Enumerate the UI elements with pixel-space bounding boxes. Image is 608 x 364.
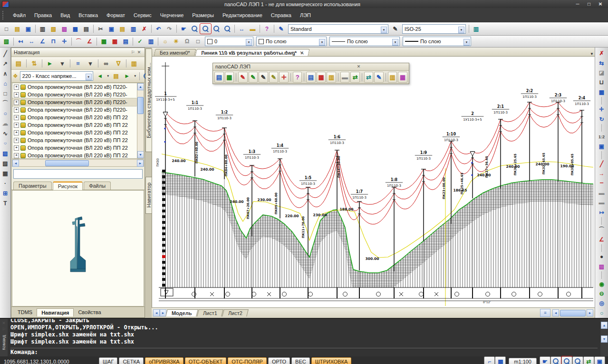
erase-icon[interactable]: ✗ (139, 24, 150, 34)
lep-floating-toolbar[interactable]: nanoCAD ЛЭП ✕ ▤▦✎✎✎✎✛?▤▦▥▬⇄⇄✎▥▦ (212, 63, 409, 84)
tab-model[interactable]: Модель (165, 309, 198, 316)
command-history[interactable]: CLOSE,ЗАКРЫТЬ - Закрыть OPEN,ИМПОРТА,ОТК… (8, 319, 600, 356)
insert-menu-icon[interactable]: ▾ (56, 57, 68, 69)
tab-properties[interactable]: Свойства (74, 308, 105, 316)
zoom-icon[interactable] (189, 24, 200, 34)
doc-tab-untitled[interactable]: Без имени0* (154, 49, 196, 56)
expand-icon[interactable]: + (14, 107, 19, 113)
layer-bulb-icon[interactable]: ☼ (160, 37, 171, 47)
open-folder-icon[interactable]: ▥ (327, 72, 336, 83)
text-style-icon[interactable]: ✎ (276, 24, 287, 34)
normalize-check-icon[interactable]: ✓ (135, 37, 145, 47)
folder2-icon[interactable]: ▥ (388, 72, 397, 83)
tree-view-icon[interactable]: ≡ (72, 57, 84, 69)
point-tool-icon[interactable]: · (0, 178, 10, 188)
redo-icon[interactable]: ↷ (164, 24, 175, 34)
menu-service[interactable]: Сервис (129, 10, 156, 20)
tab-list-icon[interactable]: ▼ (590, 52, 594, 56)
zoom-window-icon[interactable] (200, 24, 211, 34)
insert-run-icon[interactable]: ► (44, 57, 56, 69)
close-tab-icon[interactable]: ✕ (299, 50, 304, 56)
scale-icon[interactable]: ▣ (597, 142, 607, 151)
dim-angular-icon[interactable]: ∠ (37, 37, 48, 47)
excel-import-icon[interactable]: ▦ (98, 37, 109, 47)
grid-snap-mode-icon[interactable]: ▦ (495, 356, 506, 364)
expand-icon[interactable]: + (14, 153, 19, 158)
status-toggle-ШТРИХОВКА[interactable]: ШТРИХОВКА (311, 357, 352, 364)
expand-icon[interactable]: + (14, 130, 19, 135)
menu-edit[interactable]: Правка (30, 10, 56, 20)
forward-menu-icon[interactable]: ▾ (133, 71, 138, 81)
tab-tdms[interactable]: TDMS (13, 308, 37, 316)
publish-icon[interactable]: ▩ (70, 24, 81, 34)
tree-menu-icon[interactable]: ▾ (84, 57, 97, 69)
tree-scrollbar[interactable]: ▲ ▼ (137, 83, 144, 158)
scale-ratio-icon[interactable]: 1:2 (597, 132, 607, 141)
tree-item[interactable]: +Опора промежуточная (ВЛ 220 кВ) П220- (12, 98, 144, 106)
palette-icon[interactable]: ▦ (398, 72, 407, 83)
undo-icon[interactable]: ↶ (153, 24, 164, 34)
back-circle-icon[interactable]: ◄ (95, 71, 106, 81)
dim-baseline-icon[interactable]: ⊓ (48, 37, 59, 47)
break-line-icon[interactable]: ┄ (597, 178, 607, 188)
oblique-icon[interactable]: ◪ (597, 68, 607, 77)
status-toggle-ВЕС[interactable]: ВЕС (291, 357, 310, 364)
bool-xor-icon[interactable]: ○ (597, 308, 607, 318)
mirror-icon[interactable]: ⇆ (597, 58, 607, 67)
help-book-icon[interactable]: ? (261, 24, 272, 34)
extend-icon[interactable]: → (597, 169, 607, 178)
color-combo[interactable]: По слою (256, 37, 327, 46)
dim-aligned-icon[interactable]: ↔ (26, 37, 37, 47)
zoom-icon[interactable] (550, 356, 561, 364)
bool-subtract-icon[interactable]: ⊖ (597, 289, 607, 298)
circle-tool-icon[interactable]: ○ (0, 108, 10, 118)
paste-icon[interactable]: ▤ (117, 24, 128, 34)
pin-icon[interactable]: ⚐ (130, 49, 136, 56)
ruler-icon[interactable]: ▬ (247, 24, 258, 34)
expand-icon[interactable]: + (14, 100, 19, 105)
columns-icon[interactable]: ▥ (471, 24, 482, 34)
back-menu-icon[interactable]: ▾ (106, 71, 111, 81)
open-file-icon[interactable]: ▤ (12, 24, 23, 34)
lep-toolbar-title-bar[interactable]: nanoCAD ЛЭП ✕ (213, 63, 409, 71)
rotate-icon[interactable]: ↻ (597, 115, 607, 124)
menu-format[interactable]: Формат (102, 10, 129, 20)
fullscreen-icon[interactable]: ▣ (594, 356, 605, 364)
menu-editing[interactable]: Редактирование (218, 10, 267, 20)
menu-dimensions[interactable]: Размеры (188, 10, 218, 20)
explode-icon[interactable]: ● (597, 252, 607, 261)
edit-profile-icon[interactable]: ✎ (238, 72, 248, 83)
scroll-up-icon[interactable]: ▲ (137, 83, 144, 90)
hscroll-right-icon[interactable]: ► (587, 309, 593, 316)
tree-item[interactable]: +Опора промежуточная (ВЛ 220 кВ) ПП 22 (12, 136, 144, 144)
refresh-grid-icon[interactable]: ⇄ (350, 72, 360, 83)
tree-item[interactable]: +Опора промежуточная (ВЛ 220 кВ) П220- (12, 106, 144, 114)
batch-plot-icon[interactable]: ▤ (81, 24, 92, 34)
filter-input[interactable] (13, 169, 143, 179)
update-base-icon[interactable]: ⇅ (28, 57, 40, 69)
edit-box1-icon[interactable]: ▬ (597, 188, 607, 198)
chart-edit-icon[interactable]: ✎ (374, 72, 384, 83)
expand-icon[interactable]: + (14, 85, 19, 90)
tree-item[interactable]: +Опора промежуточная (ВЛ 220 кВ) ПП 22 (12, 129, 144, 136)
expand-icon[interactable]: + (14, 145, 19, 151)
menu-view[interactable]: Вид (56, 10, 74, 20)
status-toggle-СЕТКА[interactable]: СЕТКА (119, 357, 144, 364)
scroll-down-icon[interactable]: ▼ (601, 335, 608, 343)
tree-item[interactable]: +Опора промежуточная (ВЛ 220 кВ) П220- (12, 83, 144, 91)
tab-navigator[interactable]: Навигатор (145, 177, 152, 214)
expand-icon[interactable]: + (14, 138, 19, 143)
tree-item[interactable]: +Опора промежуточная (ВЛ 220 кВ) ПП 22 (12, 121, 144, 129)
tree-hscrollbar[interactable]: ◄ ► (12, 159, 144, 167)
edit-wire-icon[interactable]: ✎ (269, 72, 279, 83)
tree-item[interactable]: +Опора промежуточная (ВЛ 220 кВ) ПП 22 (12, 152, 144, 159)
maximize-icon[interactable]: □ (585, 1, 593, 8)
pin-icon[interactable]: ⚐ (1, 326, 7, 332)
rectangle-tool-icon[interactable]: □ (0, 88, 10, 98)
zoom-extents-small-icon[interactable] (572, 356, 583, 364)
close-icon[interactable]: ✕ (1, 320, 7, 326)
status-toggle-ОРТО[interactable]: ОРТО (268, 357, 290, 364)
edit-table-icon[interactable]: ▤ (306, 72, 316, 83)
zoom-previous-icon[interactable] (211, 24, 222, 34)
close-icon[interactable]: ✕ (136, 49, 142, 56)
